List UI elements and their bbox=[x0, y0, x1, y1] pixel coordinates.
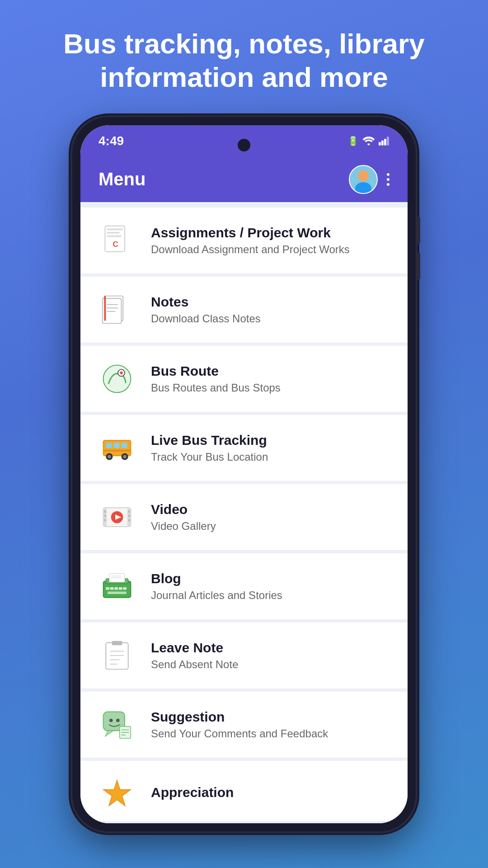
menu-item-suggestion[interactable]: Suggestion Send Your Comments and Feedba… bbox=[80, 692, 408, 758]
svg-point-28 bbox=[123, 455, 127, 458]
live-bus-subtitle: Track Your Bus Location bbox=[151, 451, 391, 463]
svg-rect-10 bbox=[107, 235, 121, 237]
svg-rect-0 bbox=[379, 142, 381, 145]
menu-item-bus-route[interactable]: Bus Route Bus Routes and Bus Stops bbox=[80, 346, 408, 412]
bus-route-title: Bus Route bbox=[151, 363, 391, 379]
svg-rect-53 bbox=[112, 641, 122, 645]
menu-item-blog[interactable]: Blog Journal Articles and Stories bbox=[80, 553, 408, 620]
app-bar-actions bbox=[349, 165, 389, 194]
menu-list: C Assignments / Project Work Download As… bbox=[80, 202, 408, 823]
assignments-icon: C bbox=[97, 220, 137, 261]
live-bus-text: Live Bus Tracking Track Your Bus Locatio… bbox=[151, 433, 391, 463]
blog-subtitle: Journal Articles and Stories bbox=[151, 589, 391, 602]
svg-point-18 bbox=[103, 365, 131, 392]
bus-route-subtitle: Bus Routes and Bus Stops bbox=[151, 382, 391, 394]
svg-rect-44 bbox=[110, 587, 114, 590]
status-icons: 🔋 bbox=[347, 136, 389, 146]
menu-item-appreciation[interactable]: Appreciation bbox=[80, 761, 408, 822]
svg-rect-3 bbox=[387, 137, 389, 145]
live-bus-title: Live Bus Tracking bbox=[151, 433, 391, 448]
svg-point-26 bbox=[108, 455, 111, 458]
leave-note-icon bbox=[97, 635, 137, 676]
leave-note-subtitle: Send Absent Note bbox=[151, 658, 391, 671]
svg-rect-48 bbox=[108, 591, 127, 594]
svg-rect-45 bbox=[114, 587, 118, 590]
menu-item-video[interactable]: Video Video Gallery bbox=[80, 484, 408, 551]
bus-route-icon bbox=[97, 359, 137, 399]
svg-rect-37 bbox=[128, 514, 130, 517]
svg-rect-36 bbox=[128, 510, 130, 513]
svg-marker-59 bbox=[105, 731, 113, 736]
menu-item-leave-note[interactable]: Leave Note Send Absent Note bbox=[80, 623, 408, 689]
svg-rect-1 bbox=[381, 141, 384, 146]
video-subtitle: Video Gallery bbox=[151, 520, 391, 533]
svg-text:C: C bbox=[113, 240, 118, 249]
phone-screen: 4:49 🔋 Menu bbox=[80, 125, 408, 823]
notes-icon bbox=[97, 289, 137, 330]
appreciation-text: Appreciation bbox=[151, 785, 391, 803]
svg-point-20 bbox=[120, 372, 123, 374]
svg-rect-47 bbox=[123, 587, 127, 590]
appreciation-icon bbox=[97, 774, 137, 814]
avatar[interactable] bbox=[349, 165, 378, 194]
suggestion-title: Suggestion bbox=[151, 709, 391, 725]
blog-icon bbox=[97, 566, 137, 607]
signal-icon bbox=[379, 137, 389, 146]
svg-rect-22 bbox=[106, 443, 112, 448]
svg-point-5 bbox=[358, 170, 369, 181]
menu-item-live-bus[interactable]: Live Bus Tracking Track Your Bus Locatio… bbox=[80, 415, 408, 481]
app-bar-title: Menu bbox=[99, 169, 145, 189]
svg-rect-46 bbox=[119, 587, 122, 590]
more-options-icon[interactable] bbox=[387, 173, 389, 186]
video-title: Video bbox=[151, 502, 391, 517]
svg-rect-35 bbox=[104, 519, 106, 522]
suggestion-icon bbox=[97, 704, 137, 745]
menu-item-assignments[interactable]: C Assignments / Project Work Download As… bbox=[80, 208, 408, 274]
suggestion-text: Suggestion Send Your Comments and Feedba… bbox=[151, 709, 391, 740]
assignments-title: Assignments / Project Work bbox=[151, 225, 391, 241]
svg-rect-38 bbox=[128, 519, 130, 522]
svg-rect-33 bbox=[104, 510, 106, 513]
svg-rect-17 bbox=[104, 296, 106, 321]
svg-rect-9 bbox=[107, 232, 120, 234]
svg-rect-2 bbox=[384, 139, 386, 145]
wifi-icon bbox=[362, 137, 375, 146]
status-time: 4:49 bbox=[99, 134, 124, 148]
app-bar: Menu bbox=[80, 157, 408, 202]
hero-title: Bus tracking, notes, library information… bbox=[0, 0, 488, 113]
assignments-text: Assignments / Project Work Download Assi… bbox=[151, 225, 391, 256]
notes-text: Notes Download Class Notes bbox=[151, 294, 391, 325]
svg-rect-43 bbox=[106, 587, 109, 590]
svg-point-60 bbox=[109, 718, 113, 722]
battery-icon: 🔋 bbox=[347, 136, 359, 146]
leave-note-text: Leave Note Send Absent Note bbox=[151, 640, 391, 671]
bus-route-text: Bus Route Bus Routes and Bus Stops bbox=[151, 363, 391, 394]
blog-text: Blog Journal Articles and Stories bbox=[151, 571, 391, 602]
svg-rect-8 bbox=[107, 228, 123, 230]
notes-title: Notes bbox=[151, 294, 391, 310]
video-icon bbox=[97, 497, 137, 538]
leave-note-title: Leave Note bbox=[151, 640, 391, 656]
svg-point-61 bbox=[116, 718, 120, 722]
suggestion-subtitle: Send Your Comments and Feedback bbox=[151, 727, 391, 740]
menu-item-notes[interactable]: Notes Download Class Notes bbox=[80, 277, 408, 343]
svg-rect-29 bbox=[103, 450, 131, 452]
video-text: Video Video Gallery bbox=[151, 502, 391, 533]
assignments-subtitle: Download Assignment and Project Works bbox=[151, 243, 391, 256]
notes-subtitle: Download Class Notes bbox=[151, 312, 391, 325]
blog-title: Blog bbox=[151, 571, 391, 586]
svg-marker-66 bbox=[103, 780, 131, 806]
live-bus-icon bbox=[97, 428, 137, 468]
svg-rect-24 bbox=[122, 443, 127, 448]
svg-rect-23 bbox=[113, 443, 119, 448]
phone-frame: 4:49 🔋 Menu bbox=[72, 117, 416, 831]
svg-rect-34 bbox=[104, 514, 106, 517]
camera-notch bbox=[238, 139, 250, 151]
appreciation-title: Appreciation bbox=[151, 785, 391, 800]
